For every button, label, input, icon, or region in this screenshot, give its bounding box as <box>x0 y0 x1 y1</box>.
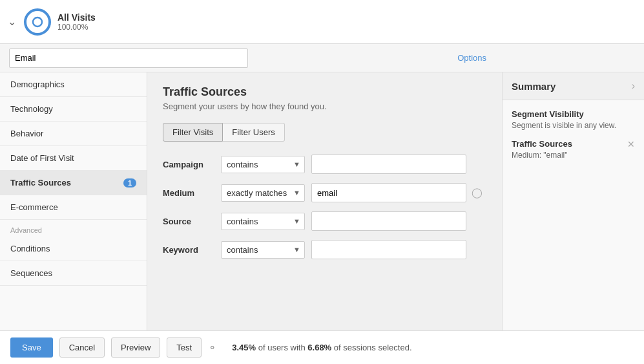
source-label: Source <box>163 217 221 226</box>
sidebar-item-label: Traffic Sources <box>10 178 71 187</box>
expand-arrow-icon[interactable]: › <box>632 80 635 92</box>
segment-visibility-text: Segment is visible in any view. <box>512 121 635 130</box>
traffic-sources-summary-text: Medium: "email" <box>512 151 572 160</box>
sidebar-item-sequences[interactable]: Sequences <box>0 261 147 286</box>
medium-operator-select[interactable]: contains exactly matches starts with end… <box>221 184 305 202</box>
keyword-value-input[interactable] <box>311 240 466 259</box>
bottom-bar: Save Cancel Preview Test ⚬ 3.45% of user… <box>0 330 644 364</box>
sidebar-item-ecommerce[interactable]: E-commerce <box>0 195 147 220</box>
campaign-label: Campaign <box>163 160 221 169</box>
filter-buttons: Filter Visits Filter Users <box>163 123 486 142</box>
filter-visits-button[interactable]: Filter Visits <box>163 123 223 142</box>
keyword-operator-select[interactable]: contains exactly matches starts with end… <box>221 241 305 259</box>
users-pct: 3.45% <box>232 343 256 352</box>
sidebar-item-label: Sequences <box>10 268 52 278</box>
sidebar-item-label: Technology <box>10 104 53 114</box>
filter-users-button[interactable]: Filter Users <box>223 123 284 142</box>
top-bar: ⌄ All Visits 100.00% <box>0 0 644 44</box>
stats-end: of sessions selected. <box>334 343 412 352</box>
clear-medium-icon[interactable]: ◯ <box>472 187 483 198</box>
all-visits-circle <box>24 8 51 36</box>
sidebar-item-label: Demographics <box>10 80 65 89</box>
medium-value-input[interactable] <box>311 183 466 202</box>
center-content: Traffic Sources Segment your users by ho… <box>147 72 502 330</box>
campaign-row: Campaign contains exactly matches starts… <box>163 155 486 174</box>
all-visits-label: All Visits <box>57 12 96 23</box>
medium-row: Medium contains exactly matches starts w… <box>163 183 486 202</box>
search-input[interactable] <box>9 48 248 68</box>
sessions-pct: 6.68% <box>307 343 331 352</box>
campaign-operator-select[interactable]: contains exactly matches starts with end… <box>221 156 305 173</box>
svg-point-0 <box>33 17 42 27</box>
stats-of-users: of users with <box>258 343 306 352</box>
main-layout: Demographics Technology Behavior Date of… <box>0 72 644 330</box>
all-visits-pct: 100.00% <box>57 23 96 32</box>
options-link[interactable]: Options <box>457 53 486 63</box>
right-panel-header: Summary › <box>503 72 644 100</box>
traffic-sources-rule-row: Traffic Sources Medium: "email" ✕ <box>512 139 635 169</box>
medium-label: Medium <box>163 188 221 198</box>
delete-rule-icon[interactable]: ✕ <box>627 139 635 149</box>
sidebar-item-conditions[interactable]: Conditions <box>0 237 147 261</box>
sidebar-item-label: Behavior <box>10 129 43 138</box>
keyword-operator-wrap: contains exactly matches starts with end… <box>221 241 305 259</box>
campaign-operator-wrap: contains exactly matches starts with end… <box>221 156 305 173</box>
collapse-chevron[interactable]: ⌄ <box>8 16 16 28</box>
cancel-button[interactable]: Cancel <box>59 337 105 358</box>
medium-operator-wrap: contains exactly matches starts with end… <box>221 184 305 202</box>
source-row: Source contains exactly matches starts w… <box>163 211 486 231</box>
user-icon: ⚬ <box>208 341 216 354</box>
sidebar-item-label: Conditions <box>10 244 50 253</box>
sidebar-item-behavior[interactable]: Behavior <box>0 122 147 146</box>
sidebar-item-date-of-first-visit[interactable]: Date of First Visit <box>0 146 147 171</box>
all-visits-info: All Visits 100.00% <box>57 12 96 32</box>
right-panel-body: Segment Visibility Segment is visible in… <box>503 100 644 178</box>
section-title: Traffic Sources <box>163 85 486 99</box>
summary-title: Summary <box>512 81 556 92</box>
save-button[interactable]: Save <box>10 337 53 358</box>
keyword-row: Keyword contains exactly matches starts … <box>163 240 486 259</box>
left-sidebar: Demographics Technology Behavior Date of… <box>0 72 147 330</box>
sidebar-item-label: Date of First Visit <box>10 153 74 163</box>
right-panel: Summary › Segment Visibility Segment is … <box>502 72 644 330</box>
source-value-input[interactable] <box>311 211 466 231</box>
preview-button[interactable]: Preview <box>111 337 160 358</box>
test-button[interactable]: Test <box>167 337 202 358</box>
advanced-section-label: Advanced <box>0 220 147 237</box>
source-operator-wrap: contains exactly matches starts with end… <box>221 213 305 230</box>
search-bar-row: Options <box>0 44 644 72</box>
stats-text: 3.45% of users with 6.68% of sessions se… <box>232 343 411 352</box>
sidebar-item-demographics[interactable]: Demographics <box>0 72 147 97</box>
traffic-sources-summary-title: Traffic Sources <box>512 139 572 149</box>
sidebar-item-traffic-sources[interactable]: Traffic Sources 1 <box>0 171 147 195</box>
section-subtitle: Segment your users by how they found you… <box>163 102 486 111</box>
traffic-sources-badge: 1 <box>123 178 136 187</box>
source-operator-select[interactable]: contains exactly matches starts with end… <box>221 213 305 230</box>
campaign-value-input[interactable] <box>311 155 466 174</box>
sidebar-item-label: E-commerce <box>10 202 58 212</box>
segment-visibility-title: Segment Visibility <box>512 109 635 119</box>
traffic-sources-summary: Traffic Sources Medium: "email" <box>512 139 572 169</box>
sidebar-item-technology[interactable]: Technology <box>0 97 147 122</box>
keyword-label: Keyword <box>163 245 221 255</box>
